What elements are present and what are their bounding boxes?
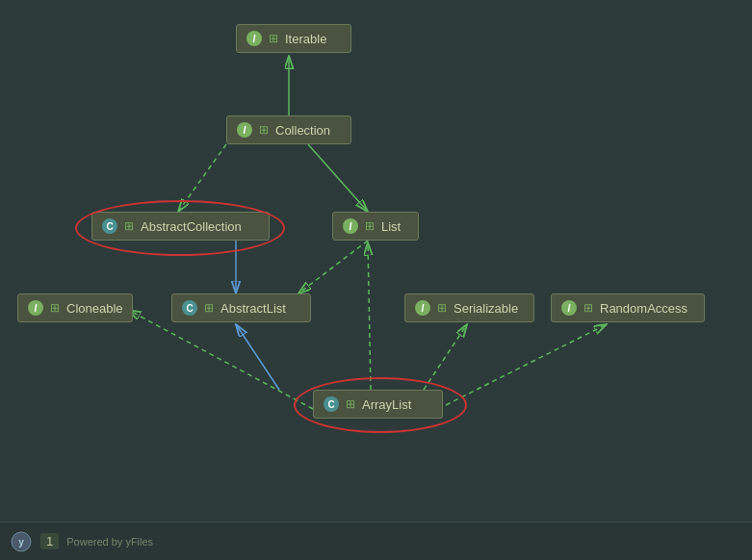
interface-icon-random-access: I — [561, 300, 577, 316]
arrows-layer — [0, 0, 752, 560]
pkg-icon-iterable: ⊞ — [267, 32, 280, 45]
svg-line-6 — [368, 242, 371, 390]
label-random-access: RandomAccess — [600, 301, 687, 316]
interface-icon-serializable: I — [415, 300, 430, 316]
label-collection: Collection — [275, 123, 330, 138]
node-abstract-collection[interactable]: C ⊞ AbstractCollection — [91, 212, 270, 241]
pkg-icon-list: ⊞ — [363, 219, 376, 233]
node-cloneable[interactable]: I ⊞ Cloneable — [17, 293, 133, 322]
svg-line-1 — [178, 144, 226, 212]
node-iterable[interactable]: I ⊞ Iterable — [236, 24, 351, 53]
label-list: List — [381, 219, 401, 234]
abstract-icon-abstract-list: C — [182, 300, 197, 316]
selection-count: 1 — [40, 533, 59, 549]
pkg-icon-cloneable: ⊞ — [48, 301, 62, 315]
powered-by-text: Powered by yFiles — [66, 536, 153, 547]
abstract-icon-abstract-collection: C — [102, 218, 117, 234]
svg-line-7 — [128, 310, 313, 409]
node-array-list[interactable]: C ⊞ ArrayList — [313, 390, 443, 419]
svg-text:y: y — [18, 537, 24, 547]
pkg-icon-serializable: ⊞ — [435, 301, 449, 315]
diagram-canvas: I ⊞ Iterable I ⊞ Collection C ⊞ Abstract… — [0, 0, 752, 560]
node-collection[interactable]: I ⊞ Collection — [226, 115, 351, 144]
node-list[interactable]: I ⊞ List — [332, 212, 419, 241]
bottom-bar: y 1 Powered by yFiles — [0, 522, 752, 560]
interface-icon-iterable: I — [246, 31, 262, 46]
label-cloneable: Cloneable — [66, 301, 123, 316]
label-iterable: Iterable — [285, 32, 326, 46]
node-abstract-list[interactable]: C ⊞ AbstractList — [171, 293, 311, 322]
interface-icon-list: I — [343, 218, 358, 234]
label-array-list: ArrayList — [362, 397, 411, 412]
svg-line-9 — [438, 324, 607, 409]
class-icon-array-list: C — [324, 396, 339, 412]
pkg-icon-abstract-list: ⊞ — [202, 301, 216, 315]
node-random-access[interactable]: I ⊞ RandomAccess — [551, 293, 705, 322]
pkg-icon-abstract-collection: ⊞ — [122, 219, 136, 233]
pkg-icon-array-list: ⊞ — [344, 397, 357, 411]
interface-icon-collection: I — [237, 122, 252, 138]
label-serializable: Serializable — [454, 301, 518, 316]
yfiles-logo: y — [10, 530, 33, 553]
pkg-icon-random-access: ⊞ — [582, 301, 595, 315]
interface-icon-cloneable: I — [28, 300, 43, 316]
node-serializable[interactable]: I ⊞ Serializable — [404, 293, 534, 322]
svg-line-5 — [236, 324, 279, 390]
label-abstract-collection: AbstractCollection — [141, 219, 242, 234]
label-abstract-list: AbstractList — [220, 301, 286, 316]
svg-line-4 — [298, 241, 368, 293]
pkg-icon-collection: ⊞ — [257, 123, 271, 137]
svg-line-2 — [308, 144, 368, 212]
